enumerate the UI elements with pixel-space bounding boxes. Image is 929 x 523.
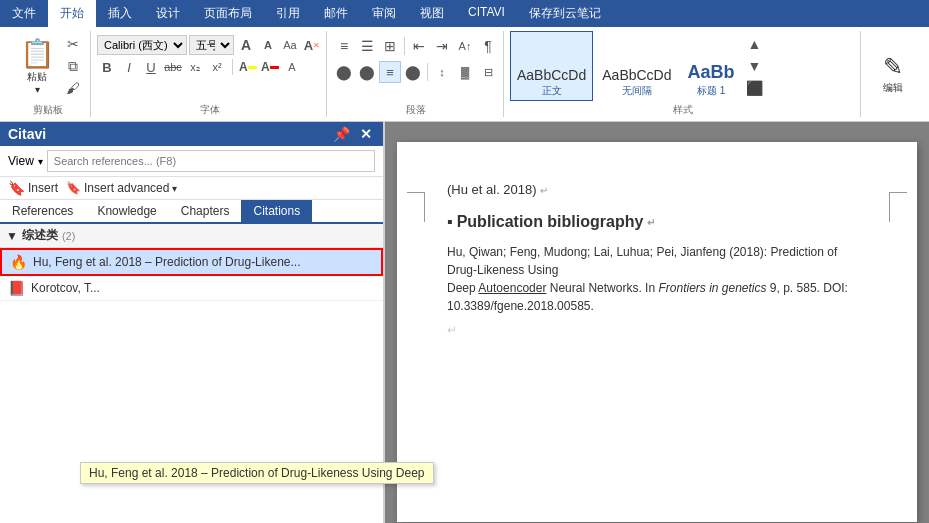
tab-citations[interactable]: Citations — [241, 200, 312, 222]
search-input[interactable] — [47, 150, 375, 172]
paste-button[interactable]: 📋 粘贴 — [12, 31, 62, 101]
align-left-button[interactable]: ⬤ — [333, 61, 355, 83]
tab-insert[interactable]: 插入 — [96, 0, 144, 27]
style-scroll-up[interactable]: ▲ — [744, 33, 766, 55]
collapse-icon[interactable]: ▼ — [6, 229, 18, 243]
paste-small-buttons: ✂ ⧉ 🖌 — [62, 31, 84, 101]
word-section-title: ▪ Publication bibliography ↵ — [447, 213, 867, 231]
insert-icon: 🔖 — [8, 180, 25, 196]
word-page: (Hu et al. 2018) ↵ ▪ Publication bibliog… — [397, 142, 917, 522]
tab-mail[interactable]: 邮件 — [312, 0, 360, 27]
citation-text: (Hu et al. 2018) — [447, 182, 537, 197]
body-line-2-mid: Neural Networks. In — [546, 281, 658, 295]
style-scroll-down[interactable]: ▼ — [744, 55, 766, 77]
style-heading1-preview: AaBb — [688, 62, 735, 84]
ref-item-1[interactable]: 📕 Korotcov, T... — [0, 276, 383, 301]
ref-item-0[interactable]: 🔥 Hu, Feng et al. 2018 – Prediction of D… — [0, 248, 383, 276]
font-color-button[interactable]: A — [260, 57, 280, 77]
shrink-font-button[interactable]: A — [258, 35, 278, 55]
grow-font-button[interactable]: A — [236, 35, 256, 55]
change-case-button[interactable]: Aa — [280, 35, 300, 55]
bullet-icon: ▪ — [447, 213, 453, 231]
font-name-select[interactable]: Calibri (西文) — [97, 35, 187, 55]
tab-knowledge[interactable]: Knowledge — [85, 200, 168, 222]
citavi-header-buttons: 📌 ✕ — [330, 126, 375, 142]
tab-save-cloud[interactable]: 保存到云笔记 — [517, 0, 613, 27]
bullets-button[interactable]: ≡ — [333, 35, 355, 57]
ref-group-count: (2) — [62, 230, 75, 242]
view-dropdown-icon[interactable]: ▾ — [38, 156, 43, 167]
insert-label: Insert — [28, 181, 58, 195]
numbering-button[interactable]: ☰ — [356, 35, 378, 57]
bold-button[interactable]: B — [97, 57, 117, 77]
align-right-button[interactable]: ⬤ — [402, 61, 424, 83]
border-button[interactable]: ⊟ — [477, 61, 499, 83]
body-line-2-pre: Deep — [447, 281, 478, 295]
style-heading1[interactable]: AaBb 标题 1 — [681, 31, 742, 101]
section-title-mark: ↵ — [647, 217, 655, 228]
font-size-select[interactable]: 五号 — [189, 35, 234, 55]
tab-references[interactable]: References — [0, 200, 85, 222]
citavi-close-button[interactable]: ✕ — [357, 126, 375, 142]
citavi-pin-button[interactable]: 📌 — [330, 126, 353, 142]
ref-item-1-text: Korotcov, T... — [31, 281, 100, 295]
cut-button[interactable]: ✂ — [62, 33, 84, 55]
shading-para-button[interactable]: ▓ — [454, 61, 476, 83]
underline-button[interactable]: U — [141, 57, 161, 77]
tab-layout[interactable]: 页面布局 — [192, 0, 264, 27]
clear-formatting-button[interactable]: A✕ — [302, 35, 322, 55]
superscript-button[interactable]: x² — [207, 57, 227, 77]
word-empty-para: ↵ — [447, 323, 867, 337]
tab-review[interactable]: 审阅 — [360, 0, 408, 27]
subscript-button[interactable]: x₂ — [185, 57, 205, 77]
sort-button[interactable]: A↑ — [454, 35, 476, 57]
increase-indent-button[interactable]: ⇥ — [431, 35, 453, 57]
insert-advanced-icon: 🔖 — [66, 181, 81, 195]
text-highlight-button[interactable]: A — [238, 57, 258, 77]
paste-group: 📋 粘贴 ✂ ⧉ 🖌 剪贴板 — [6, 31, 91, 117]
tab-view[interactable]: 视图 — [408, 0, 456, 27]
body-line-2-end: 9, p. 585. DOI: — [767, 281, 848, 295]
style-no-spacing[interactable]: AaBbCcDd 无间隔 — [595, 31, 678, 101]
style-nav: ▲ ▼ ⬛ — [744, 31, 766, 101]
shading-button[interactable]: A — [282, 57, 302, 77]
strikethrough-button[interactable]: abc — [163, 57, 183, 77]
style-expand[interactable]: ⬛ — [744, 77, 766, 99]
show-formatting-button[interactable]: ¶ — [477, 35, 499, 57]
copy-button[interactable]: ⧉ — [62, 55, 84, 77]
ribbon: 文件 开始 插入 设计 页面布局 引用 邮件 审阅 视图 CITAVI 保存到云… — [0, 0, 929, 122]
paste-dropdown-icon[interactable] — [35, 84, 40, 95]
view-label: View — [8, 154, 34, 168]
ref-group-name: 综述类 — [22, 227, 58, 244]
margin-marker-left — [407, 192, 425, 222]
tab-ref[interactable]: 引用 — [264, 0, 312, 27]
font-group: Calibri (西文) 五号 A A Aa A✕ B I U abc x₂ x… — [93, 31, 327, 117]
tab-design[interactable]: 设计 — [144, 0, 192, 27]
tab-citavi[interactable]: CITAVI — [456, 0, 517, 27]
line-spacing-button[interactable]: ↕ — [431, 61, 453, 83]
italic-button[interactable]: I — [119, 57, 139, 77]
multilevel-button[interactable]: ⊞ — [379, 35, 401, 57]
clear-format-icon: A — [304, 38, 313, 53]
citavi-panel: Citavi 📌 ✕ View ▾ 🔖 Insert 🔖 Insert adva… — [0, 122, 385, 523]
tab-file[interactable]: 文件 — [0, 0, 48, 27]
style-normal-preview: AaBbCcDd — [517, 67, 586, 84]
word-citation-ref: (Hu et al. 2018) ↵ — [447, 182, 867, 197]
font-group-label: 字体 — [97, 101, 322, 117]
citavi-tabs-row: References Knowledge Chapters Citations — [0, 200, 383, 224]
insert-row: 🔖 Insert 🔖 Insert advanced ▾ — [0, 177, 383, 200]
align-center-button[interactable]: ⬤ — [356, 61, 378, 83]
margin-marker-right — [889, 192, 907, 222]
style-normal[interactable]: AaBbCcDd 正文 — [510, 31, 593, 101]
editing-button[interactable]: ✎ 编辑 — [867, 31, 919, 117]
tab-chapters[interactable]: Chapters — [169, 200, 242, 222]
format-painter-button[interactable]: 🖌 — [62, 77, 84, 99]
ref-item-0-text: Hu, Feng et al. 2018 – Prediction of Dru… — [33, 255, 301, 269]
insert-advanced-button[interactable]: 🔖 Insert advanced ▾ — [66, 181, 177, 195]
ribbon-tabs: 文件 开始 插入 设计 页面布局 引用 邮件 审阅 视图 CITAVI 保存到云… — [0, 0, 929, 27]
insert-button[interactable]: 🔖 Insert — [8, 180, 58, 196]
decrease-indent-button[interactable]: ⇤ — [408, 35, 430, 57]
align-justify-button[interactable]: ≡ — [379, 61, 401, 83]
tab-home[interactable]: 开始 — [48, 0, 96, 27]
ref-item-tooltip: Hu, Feng et al. 2018 – Prediction of Dru… — [80, 462, 434, 484]
